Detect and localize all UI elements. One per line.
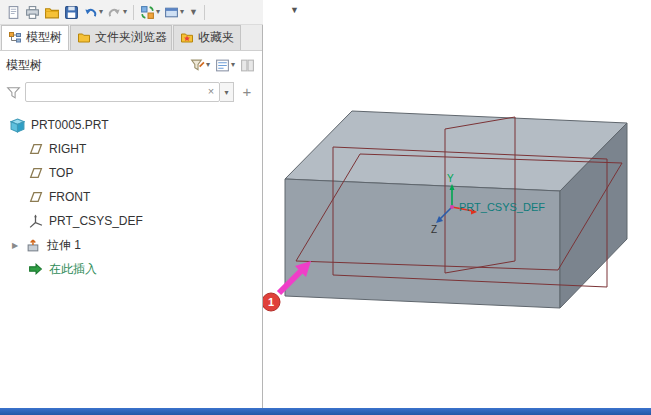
tree-settings-caret[interactable]: ▾ [231,61,235,69]
tree-item-label: TOP [49,166,73,180]
balloon-number: 1 [268,296,274,308]
tree-item-label: PRT_CSYS_DEF [49,214,143,228]
favorites-icon [180,31,194,44]
navigator-panel: 模型树 文件夹浏览器 收藏夹 模型树 ▾ ▾ [0,25,263,408]
model-viewport[interactable]: Y Z PRT_CSYS_DEF 1 [263,25,651,408]
filter-funnel-icon [6,85,21,100]
coordinate-system-icon [28,214,43,229]
regenerate-icon [140,5,155,20]
tree-row-extrude[interactable]: ▶ 拉伸 1 [0,233,262,257]
model-tree-header: 模型树 ▾ ▾ [0,51,262,79]
model-block[interactable] [285,111,627,308]
add-filter-button[interactable]: + [238,83,256,101]
clear-filter-button[interactable]: × [204,84,218,98]
overflow-caret-icon: ▼ [189,8,198,17]
tree-item-label: RIGHT [49,142,86,156]
regenerate-caret[interactable]: ▾ [156,8,160,16]
tree-row-csys[interactable]: PRT_CSYS_DEF [0,209,262,233]
windows-icon [164,5,179,20]
window-bottom-border [0,408,651,415]
extrude-icon [26,238,41,253]
folder-browser-icon [77,31,91,44]
part-icon [10,118,25,133]
quick-access-toolbar: ▾ ▾ ▾ ▾ ▼ [0,0,263,25]
show-columns-button[interactable] [239,55,256,75]
save-icon [64,5,79,20]
csys-origin-dot [450,205,454,209]
tree-row-right-plane[interactable]: RIGHT [0,137,262,161]
csys-label[interactable]: PRT_CSYS_DEF [459,201,545,213]
redo-icon [107,5,122,20]
tree-filter-icon [190,58,205,73]
open-folder-icon [44,5,60,20]
toolbar-overflow-button[interactable]: ▼ [186,2,200,22]
datum-plane-icon [28,166,43,180]
tab-label: 模型树 [26,29,62,46]
tab-model-tree[interactable]: 模型树 [1,25,69,50]
tree-item-label: 拉伸 1 [47,237,81,254]
tree-filter-input[interactable] [25,82,220,102]
tab-favorites[interactable]: 收藏夹 [173,25,241,50]
undo-icon [83,5,98,20]
tree-row-part[interactable]: PRT0005.PRT [0,113,262,137]
graphics-toolbar-caret[interactable]: ▼ [288,3,301,17]
insert-here-icon [28,262,43,276]
windows-caret[interactable]: ▾ [180,8,184,16]
tree-filters-caret[interactable]: ▾ [206,61,210,69]
search-box: × [25,82,220,102]
undo-button[interactable]: ▾ [81,2,105,22]
print-icon [25,5,40,20]
filter-dropdown-button[interactable]: ▾ [220,82,234,102]
windows-button[interactable]: ▾ [162,2,186,22]
regenerate-button[interactable]: ▾ [138,2,162,22]
new-button[interactable] [4,2,23,22]
tree-row-front-plane[interactable]: FRONT [0,185,262,209]
datum-plane-icon [28,190,43,204]
tree-settings-button[interactable]: ▾ [214,55,236,75]
tree-filters-button[interactable]: ▾ [189,55,211,75]
tree-item-label: 在此插入 [49,261,97,278]
block-front-face[interactable] [285,179,560,308]
model-tree: PRT0005.PRT RIGHT TOP FRONT PRT_CSYS_DEF… [0,105,262,281]
tree-settings-icon [215,58,230,73]
model-tree-icon [8,31,22,44]
save-button[interactable] [62,2,81,22]
expander-icon[interactable]: ▶ [10,241,20,250]
print-button[interactable] [23,2,42,22]
toolbar-separator [133,5,134,20]
undo-caret[interactable]: ▾ [99,8,103,16]
model-tree-title: 模型树 [6,57,42,74]
datum-plane-icon [28,142,43,156]
tree-row-insert-here[interactable]: 在此插入 [0,257,262,281]
navigator-tabbar: 模型树 文件夹浏览器 收藏夹 [0,25,262,51]
open-button[interactable] [42,2,62,22]
redo-caret[interactable]: ▾ [123,8,127,16]
z-axis-label: Z [431,224,437,235]
tree-item-label: FRONT [49,190,90,204]
graphics-area[interactable]: Y Z PRT_CSYS_DEF 1 [263,25,651,408]
show-columns-icon [240,58,255,73]
tree-row-top-plane[interactable]: TOP [0,161,262,185]
y-axis-label: Y [447,173,454,184]
new-icon [6,5,21,20]
tree-filter-row: × ▾ + [0,79,262,105]
toolbar-separator [204,5,205,20]
tab-folder-browser[interactable]: 文件夹浏览器 [70,25,172,50]
redo-button[interactable]: ▾ [105,2,129,22]
tab-label: 文件夹浏览器 [95,29,167,46]
tab-label: 收藏夹 [198,29,234,46]
tree-item-label: PRT0005.PRT [31,118,109,132]
